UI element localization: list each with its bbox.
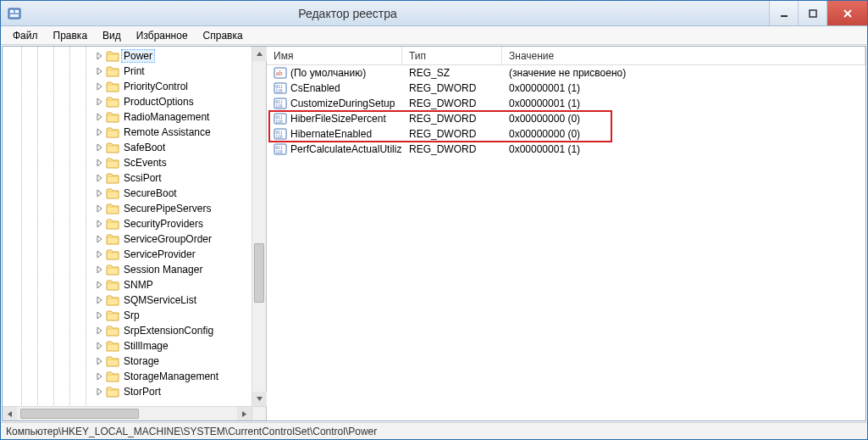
tree-item[interactable]: Remote Assistance	[6, 125, 266, 140]
expander-icon[interactable]	[94, 249, 104, 259]
header-value[interactable]: Значение	[502, 47, 865, 64]
tree-item[interactable]: RadioManagement	[6, 109, 266, 125]
svg-marker-11	[242, 411, 246, 417]
tree-item[interactable]: ScEvents	[6, 155, 266, 170]
tree-item-label: Remote Assistance	[122, 126, 213, 138]
tree-item[interactable]: StorPort	[6, 384, 266, 399]
list-row[interactable]: CustomizeDuringSetupREG_DWORD0x00000001 …	[267, 96, 865, 111]
list-body[interactable]: (По умолчанию)REG_SZ(значение не присвое…	[267, 65, 865, 421]
tree-item-label: Print	[122, 65, 147, 77]
scroll-track[interactable]	[17, 407, 237, 421]
expander-icon[interactable]	[94, 203, 104, 214]
expander-icon[interactable]	[94, 51, 104, 61]
tree-item[interactable]: Storage	[6, 354, 266, 369]
tree-item[interactable]: SecureBoot	[6, 186, 266, 201]
menu-view[interactable]: Вид	[96, 28, 128, 43]
tree-hscrollbar[interactable]	[3, 406, 252, 421]
titlebar[interactable]: Редактор реестра	[1, 1, 867, 26]
tree-item[interactable]: StillImage	[6, 338, 266, 354]
list-row[interactable]: PerfCalculateActualUtiliz...REG_DWORD0x0…	[267, 142, 865, 157]
minimize-button[interactable]	[769, 1, 798, 25]
expander-icon[interactable]	[94, 97, 104, 107]
svg-rect-3	[10, 14, 19, 17]
close-button[interactable]	[827, 1, 867, 25]
scroll-thumb[interactable]	[20, 409, 139, 419]
tree-item[interactable]: PriorityControl	[6, 79, 266, 94]
tree-item-label: SrpExtensionConfig	[122, 325, 215, 337]
scroll-track[interactable]	[252, 61, 266, 392]
tree-item-label: PriorityControl	[122, 81, 190, 92]
scroll-right-button[interactable]	[237, 407, 252, 421]
expander-icon[interactable]	[94, 341, 104, 351]
scroll-down-button[interactable]	[252, 392, 267, 406]
expander-icon[interactable]	[94, 387, 104, 397]
menu-help[interactable]: Справка	[196, 28, 250, 43]
tree-item[interactable]: Print	[6, 64, 266, 79]
expander-icon[interactable]	[94, 81, 104, 92]
scroll-thumb[interactable]	[254, 243, 264, 303]
expander-icon[interactable]	[94, 265, 104, 275]
folder-icon	[106, 309, 119, 322]
tree-item[interactable]: Srp	[6, 308, 266, 323]
expander-icon[interactable]	[94, 188, 104, 198]
tree-item-label: ProductOptions	[122, 96, 196, 108]
expander-icon[interactable]	[94, 127, 104, 137]
expander-icon[interactable]	[94, 310, 104, 320]
tree-item[interactable]: SecurePipeServers	[6, 201, 266, 216]
expander-icon[interactable]	[94, 66, 104, 76]
tree-item[interactable]: ScsiPort	[6, 170, 266, 186]
tree-item[interactable]: SQMServiceList	[6, 292, 266, 308]
expander-icon[interactable]	[94, 234, 104, 244]
expander-icon[interactable]	[94, 173, 104, 183]
expander-icon[interactable]	[94, 371, 104, 382]
tree-item[interactable]: ServiceProvider	[6, 247, 266, 262]
value-data: (значение не присвоено)	[502, 67, 865, 79]
tree-scroll[interactable]: PowerPrintPriorityControlProductOptionsR…	[3, 47, 266, 421]
menu-favorites[interactable]: Избранное	[130, 28, 195, 43]
tree-vscrollbar[interactable]	[252, 47, 266, 406]
expander-icon[interactable]	[94, 295, 104, 305]
scroll-left-button[interactable]	[3, 407, 17, 421]
tree-item[interactable]: StorageManagement	[6, 369, 266, 384]
list-header: Имя Тип Значение	[267, 47, 865, 65]
value-type: REG_DWORD	[402, 97, 502, 109]
tree-item[interactable]: SrpExtensionConfig	[6, 323, 266, 338]
header-type[interactable]: Тип	[402, 47, 502, 64]
expander-icon[interactable]	[94, 112, 104, 122]
folder-icon	[106, 232, 119, 246]
expander-icon[interactable]	[94, 280, 104, 290]
tree-item[interactable]: ProductOptions	[6, 94, 266, 109]
tree-item[interactable]: SecurityProviders	[6, 216, 266, 231]
value-data: 0x00000001 (1)	[502, 97, 865, 109]
tree-item-label: ScEvents	[122, 157, 169, 169]
tree-item[interactable]: Session Manager	[6, 262, 266, 277]
maximize-button[interactable]	[798, 1, 827, 25]
folder-icon	[106, 370, 119, 383]
list-row[interactable]: CsEnabledREG_DWORD0x00000001 (1)	[267, 81, 865, 96]
tree-item[interactable]: Power	[6, 48, 266, 64]
tree-item[interactable]: SafeBoot	[6, 140, 266, 155]
value-name: HiberFileSizePercent	[290, 113, 386, 125]
expander-icon[interactable]	[94, 219, 104, 229]
regedit-icon	[8, 7, 21, 20]
svg-rect-2	[15, 10, 19, 13]
value-name-cell: HibernateEnabled	[267, 127, 402, 141]
value-data: 0x00000001 (1)	[502, 143, 865, 155]
registry-tree[interactable]: PowerPrintPriorityControlProductOptionsR…	[3, 47, 266, 401]
list-row[interactable]: (По умолчанию)REG_SZ(значение не присвое…	[267, 65, 865, 81]
menu-file[interactable]: Файл	[6, 28, 45, 43]
expander-icon[interactable]	[94, 326, 104, 336]
expander-icon[interactable]	[94, 158, 104, 168]
header-name[interactable]: Имя	[267, 47, 402, 64]
tree-item[interactable]: ServiceGroupOrder	[6, 231, 266, 247]
list-row[interactable]: HibernateEnabledREG_DWORD0x00000000 (0)	[267, 126, 865, 142]
list-row[interactable]: HiberFileSizePercentREG_DWORD0x00000000 …	[267, 111, 865, 126]
menu-edit[interactable]: Правка	[47, 28, 95, 43]
scroll-up-button[interactable]	[252, 47, 267, 61]
tree-item-label: SNMP	[122, 279, 155, 291]
tree-item[interactable]: SNMP	[6, 277, 266, 292]
expander-icon[interactable]	[94, 142, 104, 153]
expander-icon[interactable]	[94, 356, 104, 366]
svg-marker-8	[257, 52, 263, 56]
tree-item-label: ServiceGroupOrder	[122, 233, 213, 245]
